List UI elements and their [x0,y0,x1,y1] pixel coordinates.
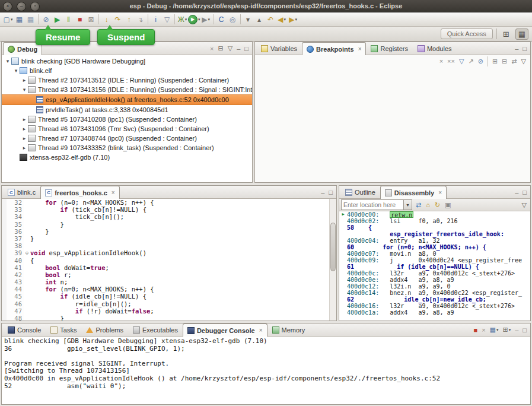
terminate-button[interactable]: ■ [74,14,85,26]
disassembly-line[interactable]: 400d0c09: j 0x400d0c24 <esp_register_fre… [339,257,530,264]
code-text[interactable]: if (!r) doWait=false; [30,307,336,315]
debug-tree-item[interactable]: ▸Thread #5 1073410208 (ipc1) (Suspended … [2,115,252,124]
tab-executables[interactable]: Executables [128,323,183,336]
remove-all-breakpoints-button[interactable]: ×× [445,58,457,65]
tab-problems[interactable]: Problems [81,323,128,336]
minimize-button[interactable]: – [513,326,520,334]
location-dropdown-icon[interactable]: ▼ [403,200,412,210]
maximize-button[interactable]: □ [521,45,528,52]
tab-tasks[interactable]: Tasks [46,323,81,336]
view-menu-button[interactable]: ▽ [520,58,528,65]
resume-button[interactable]: ▶ [52,14,63,26]
tab-memory[interactable]: Memory [267,323,310,336]
code-text[interactable]: { [30,257,336,264]
tab-console[interactable]: Console [3,323,46,336]
link-with-debug-view-button[interactable]: ⇄ [509,58,518,65]
disassembly-line[interactable]: 400d0c02: lsi f0, a0, 216 [339,218,530,224]
disassembly-line[interactable]: ▶400d0c00: retw.n [339,211,530,218]
new-wizard-button[interactable]: ▢▾ [2,14,14,26]
code-text[interactable]: } [30,315,336,321]
maximize-button[interactable]: □ [243,45,250,52]
code-text[interactable]: for (n=0; n<MAX_HOOKS; n++) { [30,286,336,293]
refresh-button[interactable]: ↻ [433,201,442,209]
selected-stack-frame[interactable]: esp_vApplicationIdleHook() at freertos_h… [2,94,252,105]
disassembly-line[interactable]: esp_register_freertos_idle_hook: [339,231,530,237]
debug-tree-item[interactable]: ▸Thread #2 1073413512 (IDLE : Running) (… [2,75,252,85]
tree-expand-icon[interactable]: ▸ [21,126,28,132]
disassembly-line[interactable]: 400d0c0c: l32r a9, 0x400d012c <_stext+27… [339,270,530,277]
open-console-button[interactable]: ⊞▾ [501,326,512,334]
view-menu-button[interactable]: ▽ [226,45,234,52]
tab-freertos-hooks-c[interactable]: freertos_hooks.c× [40,186,120,199]
debug-tree-item[interactable]: xtensa-esp32-elf-gdb (7.10) [2,153,252,162]
disassembly-line[interactable]: 400d0c1a: addx4 a9, a8, a9 [339,309,530,316]
disassembly-line[interactable]: 400d0c14: bnez.n a9, 0x400d0c22 <esp_reg… [339,290,530,296]
tab-breakpoints[interactable]: Breakpoints× [302,42,366,55]
disassembly-line[interactable]: 400d0c04: entry a1, 32 [339,237,530,244]
maximize-button[interactable]: ▫ [30,2,40,11]
save-button[interactable]: ▦ [14,14,25,26]
disassembly-line[interactable]: 400d0c12: l32i.n a9, a9, 0 [339,283,530,290]
minimize-button[interactable]: – [513,189,520,196]
code-text[interactable]: } [30,235,336,242]
minimize-button[interactable]: – [235,45,242,52]
close-tab-icon[interactable]: × [438,189,442,196]
tab-variables[interactable]: Variables [256,42,302,55]
debug-button[interactable]: Ж▾ [177,14,188,26]
code-text[interactable]: r=idle_cb[n](); [30,300,336,307]
tree-expand-icon[interactable]: ▾ [12,68,20,74]
skip-all-breakpoints-button[interactable]: ⊘ [40,14,52,26]
save-all-button[interactable]: ▦ [25,14,36,26]
disassembly-line[interactable]: 58 { [339,224,530,231]
disassembly-content[interactable]: ▶400d0c00: retw.n400d0c02: lsi f0, a0, 2… [339,211,530,321]
forward-button[interactable]: ▶▾ [288,14,299,26]
display-selected-console-button[interactable]: ▦▾ [488,326,501,334]
disassembly-line[interactable]: 62 idle_cb[n]=new_idle_cb; [339,296,530,303]
search-button[interactable]: ◎ [227,14,238,26]
debug-tree-item[interactable]: ▸Thread #6 1073431096 (Tmr Svc) (Suspend… [2,124,252,134]
last-edit-location-button[interactable]: ↶ [265,14,276,26]
disassembly-line[interactable]: 400d0c16: l32r a9, 0x400d012c <_stext+27… [339,303,530,309]
previous-annotation-button[interactable]: ▴ [254,14,265,26]
debug-tree-item[interactable]: ▾Thread #3 1073413156 (IDLE : Running) (… [2,85,252,94]
expand-all-button[interactable]: ⊞ [490,58,499,65]
disassembly-line[interactable]: 60 for (n=0; n<MAX_HOOKS; n++) { [339,244,530,250]
back-button[interactable]: ◀▾ [276,14,288,26]
tab-modules[interactable]: Modules [413,42,457,55]
tab-debugger-console[interactable]: Debugger Console× [183,323,267,337]
tab-outline[interactable]: Outline [340,186,380,198]
terminate-button[interactable]: ■ [472,326,479,334]
close-tab-icon[interactable]: × [358,46,362,52]
minimize-button[interactable]: – [513,45,520,52]
fold-marker-icon[interactable]: ⊖ [24,249,30,256]
code-text[interactable]: tick_cb[n](); [30,213,336,220]
editor-scrollbar[interactable] [329,199,336,321]
tab-disassembly[interactable]: Disassembly× [380,186,447,199]
tab-registers[interactable]: Registers [366,42,412,55]
debug-tree-item[interactable]: ▸Thread #9 1073433352 (blink_task) (Susp… [2,143,252,153]
code-text[interactable] [30,242,336,249]
skip-all-breakpoints-button[interactable]: ⊘ [476,58,485,65]
tree-expand-icon[interactable]: ▸ [21,77,28,83]
show-source-button[interactable]: ▣ [443,201,453,209]
quick-access-button[interactable]: Quick Access [441,28,493,39]
collapse-all-button[interactable]: ⊟ [216,45,225,52]
code-text[interactable]: int n; [30,278,336,286]
maximize-button[interactable]: □ [521,189,528,196]
remove-launch-button[interactable]: × [480,326,487,334]
home-button[interactable]: ⌂ [424,201,432,208]
tree-expand-icon[interactable]: ▾ [4,58,11,64]
debug-tree-item[interactable]: prvIdleTask() at tasks.c:3,338 0x400845d… [2,105,252,115]
step-over-button[interactable]: ↷ [112,14,123,26]
remove-all-terminated-button[interactable]: × [208,45,215,52]
code-text[interactable]: if (idle_cb[n]!=NULL) { [30,293,336,300]
tree-expand-icon[interactable]: ▸ [21,135,28,141]
view-menu-button[interactable]: ▽ [520,201,528,209]
location-input[interactable] [342,200,403,210]
debug-tree-item[interactable]: ▾blink checking [GDB Hardware Debugging] [2,56,252,66]
scrollbar-thumb[interactable] [330,223,336,271]
tab-blink-c[interactable]: blink.c [3,186,40,198]
close-button[interactable]: × [3,2,12,11]
tree-expand-icon[interactable]: ▸ [21,116,28,122]
remove-selected-breakpoints-button[interactable]: × [438,58,445,65]
